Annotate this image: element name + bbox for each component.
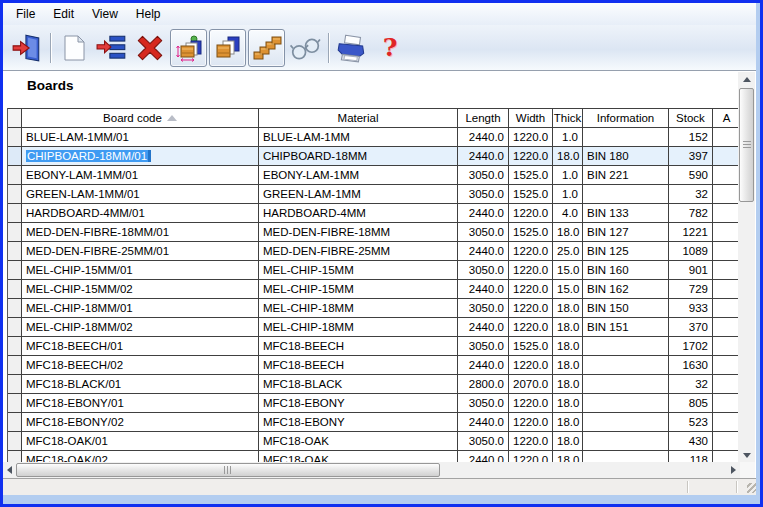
cell-stock[interactable]: 152 <box>669 128 713 147</box>
cell-length[interactable]: 3050.0 <box>458 394 509 413</box>
table-row[interactable]: MFC18-EBONY/01MFC18-EBONY3050.01220.018.… <box>8 394 738 413</box>
cell-material[interactable]: MFC18-EBONY <box>259 413 458 432</box>
row-selector[interactable] <box>8 318 22 337</box>
cell-a[interactable] <box>713 185 738 204</box>
row-selector[interactable] <box>8 413 22 432</box>
table-row[interactable]: MFC18-EBONY/02MFC18-EBONY2440.01220.018.… <box>8 413 738 432</box>
cell-width[interactable]: 1220.0 <box>509 299 553 318</box>
menu-edit[interactable]: Edit <box>44 4 83 24</box>
cell-thick[interactable]: 4.0 <box>553 204 583 223</box>
table-row[interactable]: MEL-CHIP-15MM/01MEL-CHIP-15MM3050.01220.… <box>8 261 738 280</box>
cell-material[interactable]: EBONY-LAM-1MM <box>259 166 458 185</box>
cell-material[interactable]: MFC18-EBONY <box>259 394 458 413</box>
cell-board-code[interactable]: BLUE-LAM-1MM/01 <box>22 128 259 147</box>
cell-thick[interactable]: 18.0 <box>553 223 583 242</box>
cell-board-code[interactable]: EBONY-LAM-1MM/01 <box>22 166 259 185</box>
vertical-scrollbar[interactable] <box>738 72 755 462</box>
cell-board-code[interactable]: MFC18-EBONY/02 <box>22 413 259 432</box>
row-selector[interactable] <box>8 147 22 166</box>
cell-a[interactable] <box>713 147 738 166</box>
cell-a[interactable] <box>713 432 738 451</box>
column-header-blank[interactable] <box>8 108 22 128</box>
cell-width[interactable]: 1220.0 <box>509 318 553 337</box>
boards-button[interactable] <box>209 29 246 67</box>
cell-information[interactable] <box>583 413 669 432</box>
scroll-left-button[interactable] <box>3 462 16 478</box>
cell-information[interactable]: BIN 151 <box>583 318 669 337</box>
table-row[interactable]: MFC18-OAK/01MFC18-OAK3050.01220.018.0430 <box>8 432 738 451</box>
cell-length[interactable]: 2440.0 <box>458 147 509 166</box>
row-selector[interactable] <box>8 166 22 185</box>
cell-material[interactable]: MFC18-BEECH <box>259 337 458 356</box>
cell-thick[interactable]: 1.0 <box>553 166 583 185</box>
cell-material[interactable]: MFC18-BLACK <box>259 375 458 394</box>
row-selector[interactable] <box>8 375 22 394</box>
cell-information[interactable]: BIN 133 <box>583 204 669 223</box>
cell-material[interactable]: MEL-CHIP-18MM <box>259 299 458 318</box>
cell-stock[interactable]: 782 <box>669 204 713 223</box>
row-selector[interactable] <box>8 394 22 413</box>
cell-width[interactable]: 1220.0 <box>509 356 553 375</box>
vertical-scrollbar-thumb[interactable] <box>739 88 754 202</box>
cell-information[interactable]: BIN 221 <box>583 166 669 185</box>
cell-width[interactable]: 1220.0 <box>509 147 553 166</box>
cell-information[interactable] <box>583 337 669 356</box>
cell-board-code[interactable]: MEL-CHIP-18MM/02 <box>22 318 259 337</box>
cell-material[interactable]: GREEN-LAM-1MM <box>259 185 458 204</box>
scroll-up-button[interactable] <box>738 72 755 86</box>
cell-width[interactable]: 1220.0 <box>509 394 553 413</box>
row-selector[interactable] <box>8 242 22 261</box>
cell-thick[interactable]: 18.0 <box>553 413 583 432</box>
cell-information[interactable] <box>583 375 669 394</box>
cell-thick[interactable]: 18.0 <box>553 299 583 318</box>
cell-length[interactable]: 2440.0 <box>458 280 509 299</box>
cell-stock[interactable]: 370 <box>669 318 713 337</box>
cell-a[interactable] <box>713 356 738 375</box>
view-button[interactable] <box>287 30 323 66</box>
cell-length[interactable]: 3050.0 <box>458 185 509 204</box>
cell-width[interactable]: 1525.0 <box>509 166 553 185</box>
cell-information[interactable] <box>583 185 669 204</box>
cell-width[interactable]: 1220.0 <box>509 204 553 223</box>
cell-width[interactable]: 1525.0 <box>509 223 553 242</box>
cell-a[interactable] <box>713 166 738 185</box>
cell-a[interactable] <box>713 280 738 299</box>
cell-board-code[interactable]: MFC18-OAK/01 <box>22 432 259 451</box>
cell-thick[interactable]: 15.0 <box>553 280 583 299</box>
cell-thick[interactable]: 25.0 <box>553 242 583 261</box>
delete-button[interactable] <box>132 30 168 66</box>
menu-view[interactable]: View <box>83 4 127 24</box>
cell-thick[interactable]: 15.0 <box>553 261 583 280</box>
cell-material[interactable]: MFC18-OAK <box>259 432 458 451</box>
board-cascade-button[interactable] <box>248 29 285 67</box>
table-row[interactable]: MFC18-BEECH/01MFC18-BEECH3050.01525.018.… <box>8 337 738 356</box>
cell-material[interactable]: CHIPBOARD-18MM <box>259 147 458 166</box>
cell-material[interactable]: MEL-CHIP-15MM <box>259 261 458 280</box>
cell-information[interactable] <box>583 432 669 451</box>
cell-information[interactable] <box>583 394 669 413</box>
cell-length[interactable]: 2440.0 <box>458 451 509 462</box>
board-sizes-button[interactable] <box>170 29 207 67</box>
cell-board-code[interactable]: MED-DEN-FIBRE-18MM/01 <box>22 223 259 242</box>
table-row[interactable]: MEL-CHIP-18MM/02MEL-CHIP-18MM2440.01220.… <box>8 318 738 337</box>
cell-stock[interactable]: 118 <box>669 451 713 462</box>
column-header-length[interactable]: Length <box>458 108 509 128</box>
row-selector[interactable] <box>8 356 22 375</box>
cell-information[interactable]: BIN 160 <box>583 261 669 280</box>
column-header-thick[interactable]: Thick <box>553 108 583 128</box>
cell-thick[interactable]: 18.0 <box>553 394 583 413</box>
cell-width[interactable]: 1220.0 <box>509 261 553 280</box>
cell-width[interactable]: 2070.0 <box>509 375 553 394</box>
cell-thick[interactable]: 18.0 <box>553 356 583 375</box>
cell-board-code[interactable]: HARDBOARD-4MM/01 <box>22 204 259 223</box>
cell-information[interactable]: BIN 150 <box>583 299 669 318</box>
cell-length[interactable]: 2440.0 <box>458 204 509 223</box>
cell-stock[interactable]: 32 <box>669 185 713 204</box>
cell-width[interactable]: 1220.0 <box>509 242 553 261</box>
menu-help[interactable]: Help <box>127 4 170 24</box>
row-selector[interactable] <box>8 185 22 204</box>
horizontal-scrollbar-thumb[interactable] <box>16 463 440 477</box>
cell-width[interactable]: 1220.0 <box>509 451 553 462</box>
cell-information[interactable] <box>583 128 669 147</box>
table-row[interactable]: MED-DEN-FIBRE-25MM/01MED-DEN-FIBRE-25MM2… <box>8 242 738 261</box>
